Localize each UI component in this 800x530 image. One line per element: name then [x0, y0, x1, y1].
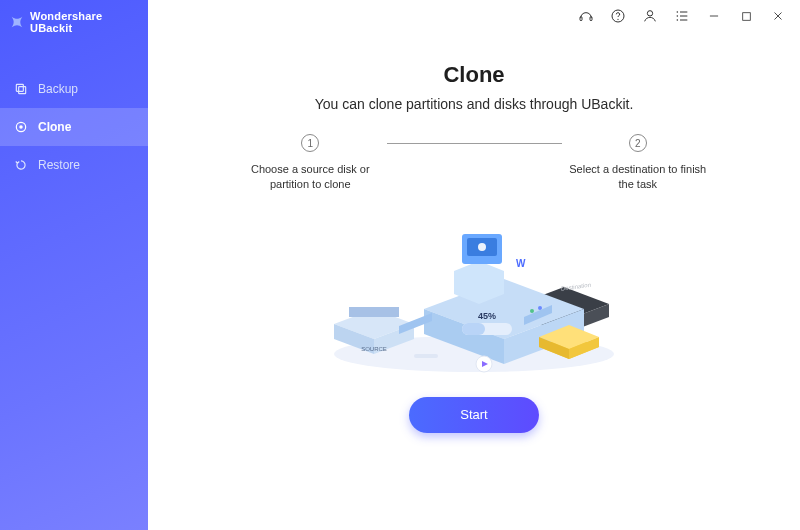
svg-point-8: [647, 11, 652, 16]
sidebar-item-restore[interactable]: Restore: [0, 146, 148, 184]
clone-illustration: SOURCE Destination: [304, 199, 644, 389]
svg-rect-16: [742, 12, 750, 20]
step-1: 1 Choose a source disk or partition to c…: [234, 134, 387, 193]
illustration-percent: 45%: [478, 311, 496, 321]
svg-point-10: [677, 15, 679, 17]
svg-text:Destination: Destination: [561, 281, 591, 291]
account-icon[interactable]: [642, 8, 658, 24]
svg-point-40: [538, 306, 542, 310]
backup-icon: [14, 82, 28, 96]
app-window: Wondershare UBackit Backup Clone Restore: [0, 0, 800, 530]
page-title: Clone: [443, 62, 504, 88]
minimize-icon[interactable]: [706, 8, 722, 24]
sidebar-item-label: Restore: [38, 158, 80, 172]
restore-icon: [14, 158, 28, 172]
svg-point-3: [19, 125, 23, 129]
svg-rect-0: [16, 84, 23, 91]
support-icon[interactable]: [578, 8, 594, 24]
step-2-label: Select a destination to finish the task: [562, 162, 715, 193]
svg-point-7: [617, 19, 618, 20]
svg-text:W: W: [516, 258, 526, 269]
svg-point-9: [677, 11, 679, 13]
svg-marker-23: [349, 307, 399, 317]
step-1-badge: 1: [301, 134, 319, 152]
svg-point-35: [478, 243, 486, 251]
svg-rect-38: [462, 323, 485, 335]
svg-text:SOURCE: SOURCE: [361, 346, 387, 352]
tasklist-icon[interactable]: [674, 8, 690, 24]
titlebar: [148, 0, 800, 32]
step-2-badge: 2: [629, 134, 647, 152]
svg-rect-1: [19, 87, 26, 94]
svg-point-11: [677, 19, 679, 21]
main-pane: Clone You can clone partitions and disks…: [148, 0, 800, 530]
step-2: 2 Select a destination to finish the tas…: [562, 134, 715, 193]
svg-point-39: [530, 309, 534, 313]
start-button[interactable]: Start: [409, 397, 539, 433]
step-indicator: 1 Choose a source disk or partition to c…: [234, 134, 714, 193]
step-1-label: Choose a source disk or partition to clo…: [234, 162, 387, 193]
sidebar-item-label: Clone: [38, 120, 71, 134]
help-icon[interactable]: [610, 8, 626, 24]
clone-icon: [14, 120, 28, 134]
brand: Wondershare UBackit: [0, 0, 148, 48]
sidebar-item-clone[interactable]: Clone: [0, 108, 148, 146]
page-subtitle: You can clone partitions and disks throu…: [315, 96, 634, 112]
step-connector: [387, 143, 562, 144]
close-icon[interactable]: [770, 8, 786, 24]
brand-name: Wondershare UBackit: [30, 10, 138, 34]
maximize-icon[interactable]: [738, 8, 754, 24]
sidebar: Wondershare UBackit Backup Clone Restore: [0, 0, 148, 530]
brand-logo-icon: [10, 15, 24, 29]
content: Clone You can clone partitions and disks…: [148, 32, 800, 530]
sidebar-item-label: Backup: [38, 82, 78, 96]
svg-rect-49: [414, 354, 438, 358]
sidebar-item-backup[interactable]: Backup: [0, 70, 148, 108]
sidebar-nav: Backup Clone Restore: [0, 70, 148, 184]
